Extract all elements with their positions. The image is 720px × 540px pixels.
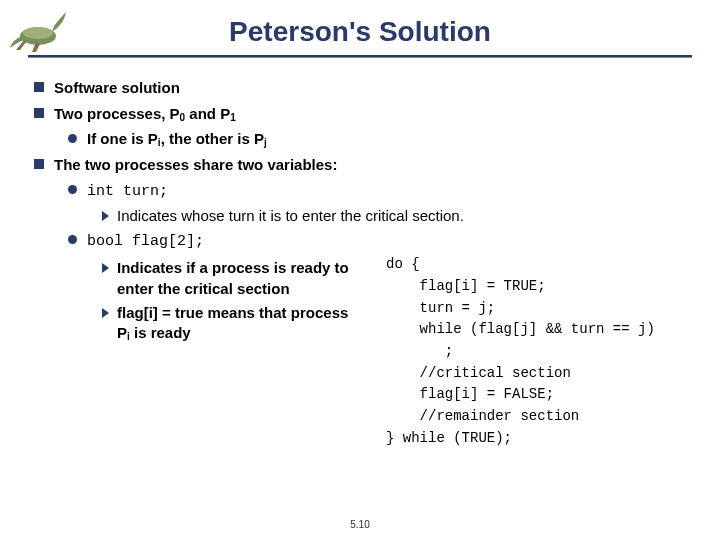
subbullet-bool-flag: bool flag[2]; <box>68 230 694 252</box>
subbullet-if-one: If one is Pi, the other is Pj <box>68 129 694 150</box>
dot-bullet-icon <box>68 134 77 143</box>
bullet-text: If one is P <box>87 130 158 147</box>
bullet-text: Two processes, P <box>54 105 180 122</box>
subscript: 1 <box>230 112 236 123</box>
bullet-software: Software solution <box>34 78 694 98</box>
bullet-text: and P <box>185 105 230 122</box>
dot-bullet-icon <box>68 235 77 244</box>
code-text: bool flag[2]; <box>87 233 204 250</box>
arrow-bullet-icon <box>102 263 109 273</box>
arrow-bullet-icon <box>102 211 109 221</box>
code-text: int turn; <box>87 183 168 200</box>
subsub-indicates-ready: Indicates if a process is ready to enter… <box>102 258 362 299</box>
bullet-text: is ready <box>130 324 191 341</box>
bullet-text: Indicates whose turn it is to enter the … <box>117 207 464 224</box>
bullet-text: , the other is P <box>161 130 264 147</box>
code-block: do { flag[i] = TRUE; turn = j; while (fl… <box>386 254 655 449</box>
bullet-text: Software solution <box>54 79 180 96</box>
title-underline <box>28 55 692 58</box>
two-column-area: Indicates if a process is ready to enter… <box>102 254 694 449</box>
page-number: 5.10 <box>0 519 720 530</box>
bullet-text: Indicates if a process is ready to enter… <box>117 259 349 296</box>
arrow-bullet-icon <box>102 308 109 318</box>
subsub-flag-true: flag[i] = true means that process Pi is … <box>102 303 362 344</box>
bullet-text: The two processes share two variables: <box>54 156 337 173</box>
subsub-indicates-turn: Indicates whose turn it is to enter the … <box>102 206 694 226</box>
dot-bullet-icon <box>68 185 77 194</box>
square-bullet-icon <box>34 108 44 118</box>
bullet-share-vars: The two processes share two variables: <box>34 155 694 175</box>
slide-body: Software solution Two processes, P0 and … <box>34 72 694 449</box>
slide-title: Peterson's Solution <box>0 16 720 48</box>
bullet-two-processes: Two processes, P0 and P1 <box>34 104 694 125</box>
left-column: Indicates if a process is ready to enter… <box>102 254 362 449</box>
subbullet-int-turn: int turn; <box>68 180 694 202</box>
subscript: j <box>264 137 267 148</box>
square-bullet-icon <box>34 82 44 92</box>
square-bullet-icon <box>34 159 44 169</box>
